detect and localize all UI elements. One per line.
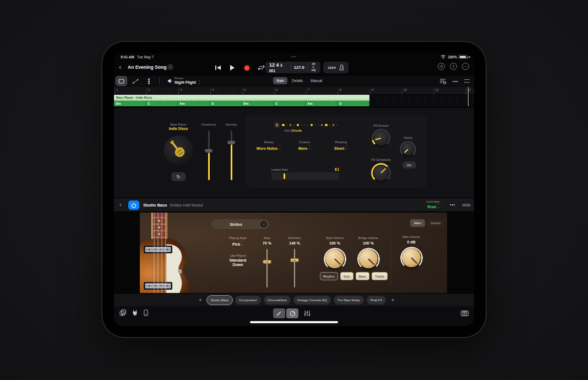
playing-style-dropdown[interactable]: Playing Style Pick⌃⌄ <box>221 236 254 246</box>
phrasing-dropdown[interactable]: Phrasing Short⌃⌄ <box>316 140 366 150</box>
slider-thumb[interactable] <box>205 149 213 153</box>
ruler-bar[interactable]: 11 <box>434 88 465 95</box>
ruler-bar[interactable]: 1 <box>115 88 146 95</box>
plugin-back-icon[interactable]: ‹ <box>119 201 122 208</box>
ruler-bar[interactable]: 3 <box>178 88 210 95</box>
definition-slider[interactable]: Definition 149 % <box>281 236 308 287</box>
tab-main[interactable]: Main <box>273 77 287 84</box>
automation-view-icon[interactable] <box>130 77 140 85</box>
song-title-chevron-icon[interactable]: ⌄ <box>167 64 173 70</box>
chord-cell[interactable]: Am <box>178 101 210 106</box>
home-indicator[interactable] <box>250 321 338 323</box>
plugin-drag-handle-icon[interactable] <box>462 204 471 207</box>
plugin-more-icon[interactable]: ••• <box>450 202 455 207</box>
plugin-power-button[interactable] <box>128 200 139 210</box>
track-sort-filter-icon[interactable] <box>439 78 447 84</box>
preset-selector[interactable]: Preset Night Flight⌃⌄ <box>175 77 200 84</box>
pattern-dot[interactable] <box>297 124 300 127</box>
multitask-indicator-icon[interactable]: ••• <box>291 55 297 58</box>
pattern-dot[interactable] <box>315 124 316 126</box>
monitor-speaker-icon[interactable] <box>165 77 175 85</box>
pattern-dot[interactable] <box>286 124 287 126</box>
pattern-dot[interactable] <box>301 124 302 126</box>
eighth-note-button[interactable]: 8th <box>402 161 416 169</box>
pattern-section-badge[interactable]: 2 <box>274 122 280 128</box>
tab-manual[interactable]: Manual <box>307 77 325 84</box>
go-to-beginning-button[interactable] <box>214 64 222 72</box>
pattern-dot[interactable] <box>325 124 328 127</box>
fx-plugin-compressor[interactable]: Compressor <box>235 296 261 305</box>
automation-mode-control[interactable]: Automation Read⌃⌄ <box>417 200 450 209</box>
fx-plugin-tru-tape-delay[interactable]: Tru-Tape Delay <box>334 296 364 305</box>
ruler-bar[interactable]: 2 <box>146 88 178 95</box>
fx-add-button-right[interactable]: + <box>389 297 396 303</box>
device-icon[interactable] <box>144 310 148 316</box>
ruler-bar[interactable]: 7 <box>306 88 337 95</box>
slider-thumb[interactable] <box>227 141 235 144</box>
chord-cell[interactable]: C <box>146 101 178 106</box>
chord-cell[interactable]: Dm <box>242 101 274 106</box>
help-icon[interactable]: ? <box>450 63 457 70</box>
neck-volume-knob[interactable]: Neck Volume 100 % <box>318 236 351 268</box>
pattern-dot[interactable] <box>329 124 330 126</box>
bass-player-avatar[interactable] <box>164 135 193 165</box>
chord-cell[interactable]: G <box>337 101 369 106</box>
more-icon[interactable]: ••• <box>453 79 458 84</box>
chord-cell[interactable]: G <box>210 101 242 106</box>
pickup-rhythm-button[interactable]: Rhythm <box>320 272 338 280</box>
intensity-slider[interactable]: Intensity <box>219 123 243 197</box>
regions-view-icon[interactable] <box>116 77 127 85</box>
metronome-icon[interactable] <box>339 64 344 70</box>
fx-plugin-studio-bass[interactable]: Studio Bass <box>207 296 232 305</box>
ruler-bar[interactable]: 9 <box>370 88 401 95</box>
back-icon[interactable]: ‹ <box>119 63 121 72</box>
controls-view-button[interactable] <box>286 308 298 318</box>
plugin-tab-details[interactable]: Details <box>427 219 444 227</box>
pattern-dot[interactable] <box>290 124 292 126</box>
mixer-icon[interactable] <box>304 310 311 317</box>
cell-view-icon[interactable] <box>144 77 154 85</box>
pickup-solo-button[interactable]: Solo <box>340 272 353 280</box>
ruler-bar[interactable]: 6 <box>274 88 306 95</box>
fx-add-button-left[interactable]: + <box>197 297 204 303</box>
chord-cell[interactable]: Dm <box>114 101 146 106</box>
plugins-icon[interactable] <box>132 310 138 316</box>
playhead[interactable] <box>468 87 469 106</box>
pattern-dot[interactable] <box>304 124 305 126</box>
ruler-bar[interactable]: 8 <box>338 88 369 95</box>
fx-plugin-vintage-console-eq[interactable]: Vintage Console EQ <box>293 296 331 305</box>
swing-knob[interactable]: Swing <box>391 136 424 155</box>
tab-details[interactable]: Details <box>288 77 306 84</box>
pattern-dot[interactable] <box>311 124 313 127</box>
ruler-bar[interactable]: 4 <box>210 88 242 95</box>
record-button[interactable] <box>243 64 251 72</box>
slider-thumb[interactable] <box>263 260 271 264</box>
panel-drag-handle-icon[interactable] <box>464 79 470 83</box>
fx-plugin-chromaglow[interactable]: ChromaGlow <box>264 296 291 305</box>
plugin-preset-selector[interactable]: Sixties ⌄ <box>211 219 269 229</box>
pattern-dot[interactable] <box>282 124 285 127</box>
play-button[interactable] <box>228 64 236 72</box>
pickup-treble-button[interactable]: Treble <box>372 272 388 280</box>
count-in-button[interactable]: 1234 <box>328 66 336 69</box>
regenerate-button[interactable]: ↻ <box>171 172 186 181</box>
main-volume-knob[interactable]: Main Volume 0 dB <box>395 235 428 267</box>
mute-slider[interactable]: Mute 70 % <box>253 236 281 287</box>
lcd-display[interactable]: 12 4 3 001 127.0 4/4C maj <box>265 62 320 73</box>
chord-cell[interactable]: C <box>274 101 306 106</box>
fx-plugin-phat-fx[interactable]: Phat FX <box>367 296 386 305</box>
pattern-dot[interactable] <box>307 124 308 126</box>
collapse-icon[interactable]: − <box>462 63 469 70</box>
lowest-note-tick[interactable] <box>284 173 285 179</box>
ruler-bar[interactable]: 5 <box>242 88 274 95</box>
keyboard-icon[interactable] <box>461 311 469 316</box>
pattern-dot[interactable] <box>318 124 319 126</box>
plugin-tab-main[interactable]: Main <box>410 219 425 227</box>
lowest-note-slider[interactable] <box>271 172 339 180</box>
chord-cell[interactable]: Am <box>306 101 337 106</box>
pattern-dot[interactable] <box>293 124 295 126</box>
pattern-dot[interactable] <box>336 124 337 126</box>
complexity-slider[interactable]: Complexity <box>197 123 221 197</box>
region-bass-player[interactable]: Bass Player - Indie Disco <box>114 95 369 101</box>
bridge-volume-knob[interactable]: Bridge Volume 100 % <box>352 236 385 268</box>
